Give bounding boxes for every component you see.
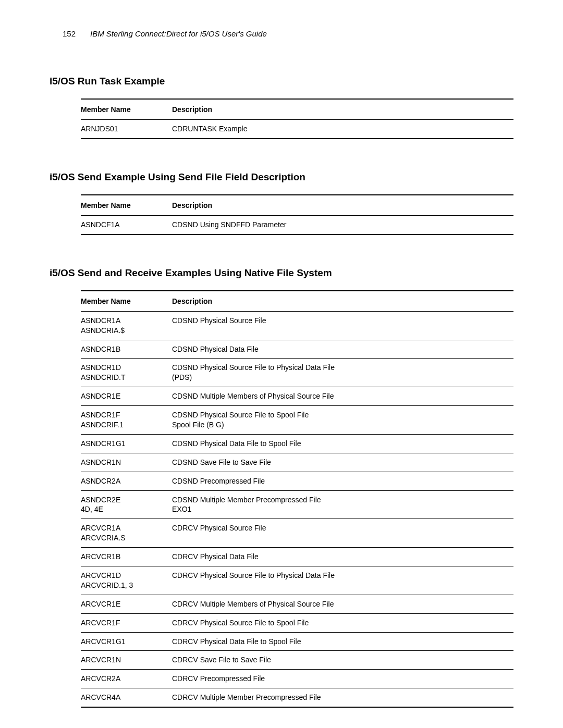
table-row: ARCVCR1ECDRCV Multiple Members of Physic… (81, 595, 513, 613)
cell-member: ASNDCR2E 4D, 4E (81, 490, 172, 519)
col-header-member: Member Name (81, 291, 172, 312)
cell-member: ARCVCR1F (81, 613, 172, 632)
cell-desc: CDRCV Save File to Save File (172, 651, 513, 670)
table-row: ASNDCR1G1CDSND Physical Data File to Spo… (81, 434, 513, 453)
table-body-sendffd: ASNDCF1ACDSND Using SNDFFD Parameter (81, 215, 513, 234)
cell-desc: CDSND Save File to Save File (172, 453, 513, 472)
cell-desc: CDSND Physical Source File (172, 311, 513, 340)
cell-desc: CDRCV Physical Data File (172, 548, 513, 566)
table-row: ARCVCR1NCDRCV Save File to Save File (81, 651, 513, 670)
cell-member: ARCVCR1D ARCVCRID.1, 3 (81, 566, 172, 595)
page-number: 152 (63, 29, 76, 38)
cell-desc: CDRCV Multiple Members of Physical Sourc… (172, 595, 513, 613)
cell-desc: CDSND Using SNDFFD Parameter (172, 215, 513, 234)
doc-title: IBM Sterling Connect:Direct for i5/OS Us… (90, 29, 267, 38)
cell-desc: CDSND Physical Data File to Spool File (172, 434, 513, 453)
table-row: ASNDCF1ACDSND Using SNDFFD Parameter (81, 215, 513, 234)
cell-member: ASNDCR1E (81, 387, 172, 406)
table-row: ARCVCR1D ARCVCRID.1, 3CDRCV Physical Sou… (81, 566, 513, 595)
cell-member: ASNDCR1B (81, 340, 172, 359)
cell-member: ASNDCR1G1 (81, 434, 172, 453)
table-row: ARNJDS01CDRUNTASK Example (81, 120, 513, 139)
cell-member: ASNDCF1A (81, 215, 172, 234)
cell-desc: CDRCV Physical Data File to Spool File (172, 632, 513, 651)
table-row: ARCVCR1BCDRCV Physical Data File (81, 548, 513, 566)
cell-desc: CDSND Physical Source File to Physical D… (172, 359, 513, 387)
cell-member: ASNDCR1D ASNDCRID.T (81, 359, 172, 387)
cell-desc: CDSND Multiple Members of Physical Sourc… (172, 387, 513, 406)
table-sendffd: Member Name Description ASNDCF1ACDSND Us… (81, 194, 513, 235)
table-row: ASNDCR1ECDSND Multiple Members of Physic… (81, 387, 513, 406)
col-header-member: Member Name (81, 195, 172, 216)
cell-member: ARCVCR1E (81, 595, 172, 613)
table-row: ASNDCR2E 4D, 4ECDSND Multiple Member Pre… (81, 490, 513, 519)
table-row: ASNDCR1A ASNDCRIA.$CDSND Physical Source… (81, 311, 513, 340)
cell-desc: CDSND Physical Source File to Spool File… (172, 406, 513, 435)
table-row: ASNDCR1BCDSND Physical Data File (81, 340, 513, 359)
col-header-desc: Description (172, 195, 513, 216)
table-row: ARCVCR1G1CDRCV Physical Data File to Spo… (81, 632, 513, 651)
cell-member: ASNDCR1A ASNDCRIA.$ (81, 311, 172, 340)
table-body-native: ASNDCR1A ASNDCRIA.$CDSND Physical Source… (81, 311, 513, 707)
cell-member: ARNJDS01 (81, 120, 172, 139)
cell-member: ARCVCR2A (81, 670, 172, 688)
col-header-member: Member Name (81, 99, 172, 120)
section-heading-runtask: i5/OS Run Task Example (50, 76, 513, 87)
cell-desc: CDRCV Physical Source File (172, 519, 513, 548)
cell-member: ASNDCR1N (81, 453, 172, 472)
table-row: ARCVCR1A ARCVCRIA.SCDRCV Physical Source… (81, 519, 513, 548)
cell-desc: CDSND Multiple Member Precompressed File… (172, 490, 513, 519)
cell-member: ARCVCR1A ARCVCRIA.S (81, 519, 172, 548)
section-heading-native: i5/OS Send and Receive Examples Using Na… (50, 267, 513, 279)
cell-member: ARCVCR1B (81, 548, 172, 566)
table-row: ARCVCR1FCDRCV Physical Source File to Sp… (81, 613, 513, 632)
cell-desc: CDRCV Multiple Member Precompressed File (172, 688, 513, 707)
table-row: ASNDCR2ACDSND Precompressed File (81, 472, 513, 490)
table-row: ASNDCR1F ASNDCRIF.1CDSND Physical Source… (81, 406, 513, 435)
cell-desc: CDRCV Precompressed File (172, 670, 513, 688)
col-header-desc: Description (172, 99, 513, 120)
table-runtask: Member Name Description ARNJDS01CDRUNTAS… (81, 98, 513, 139)
table-row: ASNDCR1D ASNDCRID.TCDSND Physical Source… (81, 359, 513, 387)
cell-member: ARCVCR1N (81, 651, 172, 670)
cell-desc: CDRCV Physical Source File to Spool File (172, 613, 513, 632)
table-row: ARCVCR4ACDRCV Multiple Member Precompres… (81, 688, 513, 707)
table-row: ARCVCR2ACDRCV Precompressed File (81, 670, 513, 688)
page-header: 152 IBM Sterling Connect:Direct for i5/O… (50, 29, 513, 38)
cell-desc: CDSND Physical Data File (172, 340, 513, 359)
table-native: Member Name Description ASNDCR1A ASNDCRI… (81, 290, 513, 708)
cell-desc: CDRUNTASK Example (172, 120, 513, 139)
cell-desc: CDSND Precompressed File (172, 472, 513, 490)
table-row: ASNDCR1NCDSND Save File to Save File (81, 453, 513, 472)
cell-desc: CDRCV Physical Source File to Physical D… (172, 566, 513, 595)
cell-member: ARCVCR1G1 (81, 632, 172, 651)
col-header-desc: Description (172, 291, 513, 312)
cell-member: ASNDCR2A (81, 472, 172, 490)
section-heading-sendffd: i5/OS Send Example Using Send File Field… (50, 171, 513, 183)
cell-member: ARCVCR4A (81, 688, 172, 707)
table-body-runtask: ARNJDS01CDRUNTASK Example (81, 120, 513, 139)
cell-member: ASNDCR1F ASNDCRIF.1 (81, 406, 172, 435)
